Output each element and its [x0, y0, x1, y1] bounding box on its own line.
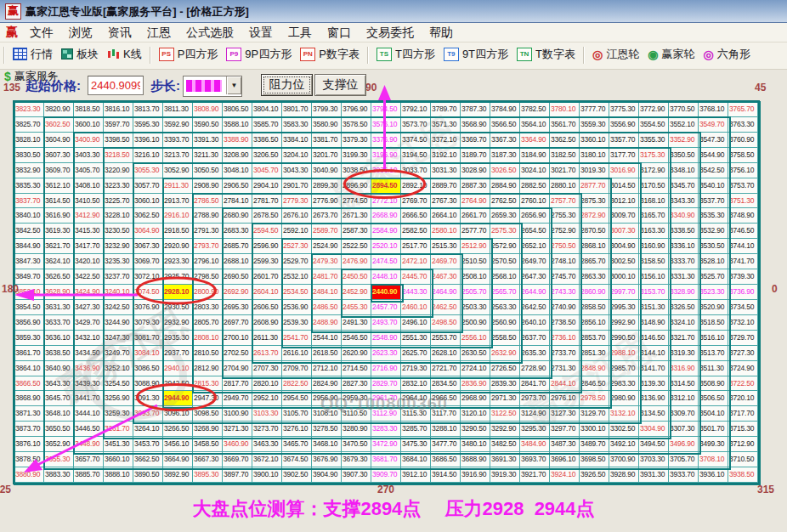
matrix-cell: 3009.70	[609, 208, 639, 224]
matrix-cell: 3823.30	[14, 102, 44, 117]
matrix-cell: 2688.10	[223, 254, 252, 269]
angle-label-90: 90	[365, 82, 377, 93]
menu-item-公式选股[interactable]: 公式选股	[178, 23, 241, 42]
matrix-cell: 3760.90	[728, 133, 758, 148]
matrix-cell: 3751.30	[728, 194, 758, 209]
matrix-cell: 2671.30	[342, 208, 371, 224]
menu-item-窗口[interactable]: 窗口	[320, 23, 359, 42]
toolbar-button-t-square[interactable]: TST四方形	[377, 46, 435, 65]
matrix-cell: 3912.10	[401, 467, 431, 483]
matrix-cell: 3624.10	[44, 254, 74, 269]
matrix-cell: 3724.90	[728, 361, 758, 376]
toolbar-button-winner-wheel[interactable]: ◉赢家轮	[648, 46, 694, 65]
toolbar-button-9t-square[interactable]: T99T四方形	[444, 46, 508, 65]
matrix-cell: 2820.10	[252, 376, 282, 392]
matrix-cell: 3835.30	[14, 178, 44, 194]
chevron-down-icon[interactable]: ▼	[226, 76, 241, 94]
matrix-cell: 3492.10	[609, 437, 639, 452]
matrix-cell: 2649.70	[520, 254, 550, 269]
matrix-cell: 3772.90	[639, 102, 669, 117]
matrix-cell: 3571.30	[431, 117, 461, 133]
matrix-cell: 3628.90	[44, 285, 74, 300]
toolbar-button-gann-wheel[interactable]: ◎江恩轮	[592, 46, 639, 65]
matrix-cell: 3108.10	[312, 406, 342, 422]
matrix-cell: 3712.90	[728, 437, 758, 452]
toolbar-button-t-number-table[interactable]: TNT数字表	[517, 46, 575, 65]
matrix-cell: 3504.10	[699, 406, 728, 422]
matrix-cell: 3132.10	[609, 406, 639, 422]
toolbar-label: 六角形	[717, 48, 750, 60]
matrix-cell: 3535.30	[699, 208, 728, 224]
toolbar-button-sectors[interactable]: 板块	[61, 46, 99, 65]
matrix-cell: 3734.50	[728, 300, 758, 315]
matrix-cell: 2851.30	[580, 346, 609, 361]
menu-item-设置[interactable]: 设置	[241, 23, 280, 42]
matrix-cell: 3609.70	[44, 163, 74, 178]
kline-candles-icon	[107, 48, 120, 60]
toolbar-label: P数字表	[319, 48, 360, 60]
matrix-cell: 3420.10	[74, 254, 104, 269]
matrix-cell: 2913.70	[163, 194, 193, 209]
matrix-cell: 3024.10	[520, 163, 550, 178]
matrix-cell: 2760.10	[520, 194, 550, 209]
matrix-cell: 3422.50	[74, 269, 104, 285]
matrix-cell: 3576.10	[371, 117, 401, 133]
toolbar-button-p-square[interactable]: PSP四方形	[159, 46, 218, 65]
matrix-cell: 3600.10	[74, 117, 104, 133]
matrix-cell: 2834.50	[431, 376, 461, 392]
menu-item-帮助[interactable]: 帮助	[422, 23, 461, 42]
matrix-cell: 3549.70	[699, 117, 728, 133]
matrix-cell: 2707.30	[252, 361, 282, 376]
menu-item-文件[interactable]: 文件	[22, 23, 61, 42]
matrix-cell: 3004.90	[609, 239, 639, 254]
resistance-button[interactable]: 阻力位	[261, 74, 313, 96]
matrix-cell: 3136.90	[639, 391, 669, 406]
menu-item-浏览[interactable]: 浏览	[61, 23, 100, 42]
toolbar-button-p-number-table[interactable]: PNP数字表	[300, 46, 360, 65]
toolbar-button-kline[interactable]: K线	[107, 46, 142, 65]
matrix-cell: 2529.70	[282, 254, 312, 269]
matrix-cell: 3304.90	[639, 422, 669, 437]
toolbar-button-hexagon[interactable]: ◎六角形	[703, 46, 750, 65]
matrix-cell: 2496.10	[401, 315, 431, 331]
matrix-cell: 2947.30	[193, 391, 223, 406]
menu-item-资讯[interactable]: 资讯	[100, 23, 139, 42]
toolbar-separator	[583, 47, 585, 64]
step-label: 步长:	[150, 78, 180, 94]
matrix-cell: 3578.50	[342, 117, 371, 133]
matrix-cell: 3357.70	[609, 133, 639, 148]
matrix-cell: 3921.70	[520, 467, 550, 483]
matrix-cell: 2678.50	[252, 208, 282, 224]
matrix-cell: 2580.10	[431, 224, 461, 239]
matrix-cell: 3794.50	[371, 102, 401, 117]
matrix-cell: 3105.70	[282, 406, 312, 422]
matrix-cell: 3453.70	[133, 437, 163, 452]
matrix-cell: 3451.30	[104, 437, 133, 452]
matrix-cell: 2510.50	[461, 254, 490, 269]
support-button[interactable]: 支撑位	[314, 74, 366, 96]
menu-item-工具[interactable]: 工具	[280, 23, 320, 42]
step-selector[interactable]: ▼	[183, 76, 242, 97]
start-price-input[interactable]	[88, 76, 144, 95]
toolbar-button-quotes[interactable]: 行情	[13, 46, 53, 65]
matrix-cell: 3352.90	[669, 133, 699, 148]
matrix-cell: 2620.90	[342, 346, 371, 361]
cell-pressure-2928: 2928.10	[163, 285, 193, 300]
matrix-cell: 3098.50	[193, 406, 223, 422]
angle-label-135: 135	[3, 82, 20, 93]
toolbar-button-9p-square[interactable]: P99P四方形	[226, 46, 292, 65]
matrix-cell: 3890.50	[133, 467, 163, 483]
matrix-cell: 2712.10	[312, 361, 342, 376]
matrix-cell: 3300.10	[580, 422, 609, 437]
matrix-cell: 2966.50	[431, 391, 461, 406]
matrix-cell: 3477.70	[431, 437, 461, 452]
matrix-cell: 3739.30	[728, 269, 758, 285]
matrix-cell: 3499.30	[699, 437, 728, 452]
matrix-cell: 3127.30	[550, 406, 580, 422]
matrix-cell: 2592.10	[282, 224, 312, 239]
matrix-cell: 2853.70	[580, 331, 609, 346]
menu-item-江恩[interactable]: 江恩	[139, 23, 178, 42]
matrix-cell: 3741.70	[728, 254, 758, 269]
matrix-cell: 3684.10	[401, 452, 431, 467]
menu-item-交易委托[interactable]: 交易委托	[359, 23, 422, 42]
